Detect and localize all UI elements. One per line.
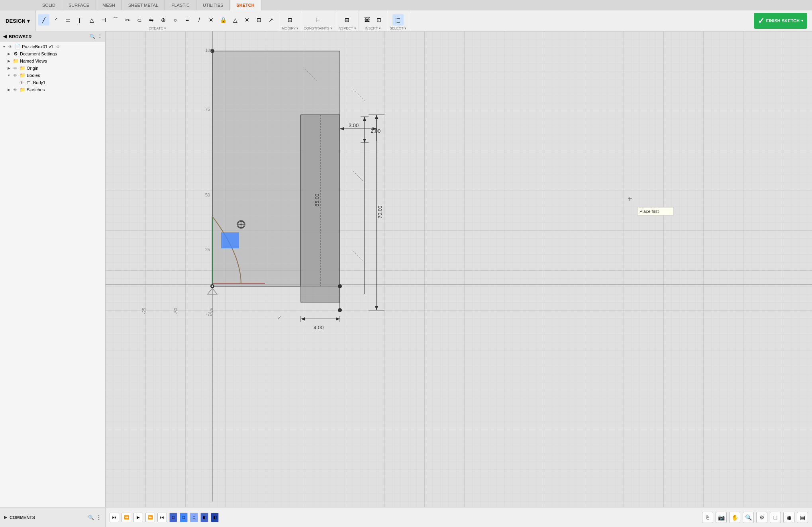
tree-item-bodies[interactable]: ▾ 👁 📁 Bodies [0, 72, 105, 79]
tree-item-namedviews[interactable]: ▶ 📁 Named Views [0, 57, 105, 65]
line-tool[interactable]: ╱ [38, 14, 49, 26]
svg-text:-75: -75 [206, 312, 212, 317]
extend-tool[interactable]: ⊡ [253, 14, 265, 26]
pan-tool[interactable]: ✋ [729, 512, 740, 523]
canvas-area[interactable]: -75 -50 -25 100 75 50 25 -75 3.00 2.00 6… [106, 31, 812, 507]
modify-label[interactable]: MODIFY ▾ [282, 26, 298, 30]
settings-tool[interactable]: ⚙ [756, 512, 767, 523]
main-canvas[interactable]: -75 -50 -25 100 75 50 25 -75 3.00 2.00 6… [106, 31, 812, 507]
browser-header: ◀ BROWSER 🔍 ⋮ [0, 31, 105, 42]
polygon-tool[interactable]: △ [229, 14, 241, 26]
tree-item-body1[interactable]: 👁 □ Body1 [0, 79, 105, 86]
insert-icon1[interactable]: 🖼 [361, 14, 373, 26]
tree-item-origin[interactable]: ▶ 👁 📁 Origin [0, 65, 105, 72]
rect-tool[interactable]: ▭ [62, 14, 73, 26]
offset-tool[interactable]: ⊂ [134, 14, 145, 26]
eye-sketches[interactable]: 👁 [12, 88, 18, 92]
eye-bodies[interactable]: 👁 [12, 73, 18, 78]
equals-tool[interactable]: = [182, 14, 193, 26]
timeline-controls: ⏮ ⏪ ▶ ⏩ ⏭ □ □ □ ◧ ◧ [106, 513, 223, 522]
browser-collapse-icon[interactable]: ◀ [3, 34, 6, 39]
design-dropdown[interactable]: DESIGN ▾ [0, 10, 36, 31]
mirror-tool[interactable]: ⇋ [146, 14, 157, 26]
modify-icon1[interactable]: ⊟ [284, 14, 296, 26]
create-label[interactable]: CREATE ▾ [149, 26, 166, 30]
insert-label[interactable]: INSERT ▾ [365, 26, 381, 30]
grid-tool[interactable]: □ [770, 512, 781, 523]
tree-item-sketches[interactable]: ▶ 👁 📁 Sketches [0, 86, 105, 93]
lock-tool[interactable]: 🔒 [218, 14, 229, 26]
timeline-start-button[interactable]: ⏮ [110, 513, 119, 522]
eye-body1[interactable]: 👁 [19, 81, 24, 85]
timeline-prev-button[interactable]: ⏪ [122, 513, 131, 522]
tab-plastic[interactable]: PLASTIC [165, 0, 196, 10]
icon-docsettings: ⚙ [12, 51, 19, 57]
tab-surface[interactable]: SURFACE [62, 0, 96, 10]
tab-utilities[interactable]: UTILITIES [196, 0, 230, 10]
tree-arrow-namedviews: ▶ [6, 59, 11, 63]
comments-search-icon[interactable]: 🔍 [88, 515, 94, 520]
nav-cube-tool[interactable]: 🖱 [702, 512, 713, 523]
browser-menu-icon[interactable]: ⋮ [98, 34, 102, 39]
timeline-marker3[interactable]: □ [190, 513, 198, 522]
timeline-marker5[interactable]: ◧ [211, 513, 219, 522]
timeline-next-button[interactable]: ⏩ [145, 513, 155, 522]
browser-search-icon[interactable]: 🔍 [90, 34, 95, 39]
x-tool[interactable]: ✕ [206, 14, 217, 26]
slash-tool[interactable]: / [194, 14, 205, 26]
timeline-end-button[interactable]: ⏭ [157, 513, 167, 522]
svg-text:50: 50 [205, 193, 210, 197]
tree-item-docsettings[interactable]: ▶ ⚙ Document Settings [0, 50, 105, 57]
inspect-label[interactable]: INSPECT ▾ [337, 26, 356, 30]
icon-body1: □ [25, 80, 32, 85]
timeline-play-button[interactable]: ▶ [133, 513, 143, 522]
insert-icon2[interactable]: ⊡ [373, 14, 384, 26]
svg-text:25: 25 [205, 247, 210, 252]
comments-label: COMMENTS [10, 515, 35, 520]
tab-mesh[interactable]: MESH [96, 0, 122, 10]
arc-tool[interactable]: ◜ [50, 14, 61, 26]
fillet-tool[interactable]: ⌒ [110, 14, 121, 26]
spline-tool[interactable]: ∫ [74, 14, 85, 26]
timeline-marker4[interactable]: ◧ [200, 513, 208, 522]
const-icon1[interactable]: ⊢ [312, 14, 324, 26]
select-label[interactable]: SELECT ▾ [390, 26, 406, 30]
insert-group: 🖼 ⊡ INSERT ▾ [359, 10, 387, 31]
inspect-icon1[interactable]: ⊞ [341, 14, 353, 26]
tab-solid[interactable]: SOLID [36, 0, 62, 10]
lineseg-tool[interactable]: ⊣ [98, 14, 109, 26]
timeline-marker1[interactable]: □ [169, 513, 177, 522]
toolbar-area: SOLID SURFACE MESH SHEET METAL PLASTIC U… [0, 0, 812, 31]
display-tool[interactable]: ▦ [783, 512, 794, 523]
svg-text:4.00: 4.00 [314, 324, 324, 330]
camera-tool[interactable]: 📷 [716, 512, 727, 523]
tab-sketch[interactable]: SKETCH [230, 0, 261, 10]
comments-expand-icon[interactable]: ▶ [4, 515, 7, 519]
tab-sheetmetal[interactable]: SHEET METAL [122, 0, 165, 10]
constraints-group: ⊢ CONSTRAINTS ▾ [301, 10, 335, 31]
tree-item-root[interactable]: ▾ 👁 📄 PuzzleBox01 v1 ⚙ [0, 43, 105, 50]
eye-root[interactable]: 👁 [8, 45, 13, 49]
design-arrow: ▾ [27, 18, 30, 24]
crosshair-tool[interactable]: ✕ [241, 14, 253, 26]
svg-text:+: + [628, 195, 632, 203]
view-tool[interactable]: ▤ [797, 512, 808, 523]
svg-text:-25: -25 [141, 308, 146, 314]
finish-sketch-button[interactable]: ✓ FINISH SKETCH [754, 13, 807, 29]
constraints-label[interactable]: CONSTRAINTS ▾ [304, 26, 332, 30]
select-icon1[interactable]: ⬚ [392, 14, 404, 26]
trim-tool[interactable]: ✂ [122, 14, 133, 26]
zoom-tool[interactable]: 🔍 [743, 512, 754, 523]
svg-text:70.00: 70.00 [377, 205, 383, 218]
timeline-marker2[interactable]: □ [180, 513, 188, 522]
create-group: ╱ ◜ ▭ ∫ △ ⊣ ⌒ ✂ ⊂ ⇋ ⊕ [36, 10, 279, 31]
point-tool[interactable]: ⊕ [158, 14, 169, 26]
icon-root: 📄 [14, 44, 21, 49]
diagonal-tool[interactable]: ↗ [265, 14, 277, 26]
comments-menu-icon[interactable]: ⋮ [96, 515, 101, 520]
circle-tool[interactable]: ○ [170, 14, 181, 26]
eye-origin[interactable]: 👁 [12, 66, 18, 71]
tools-row: DESIGN ▾ ╱ ◜ ▭ ∫ △ ⊣ ⌒ ✂ [0, 10, 812, 31]
triangle-tool[interactable]: △ [86, 14, 97, 26]
inspect-group: ⊞ INSPECT ▾ [335, 10, 359, 31]
